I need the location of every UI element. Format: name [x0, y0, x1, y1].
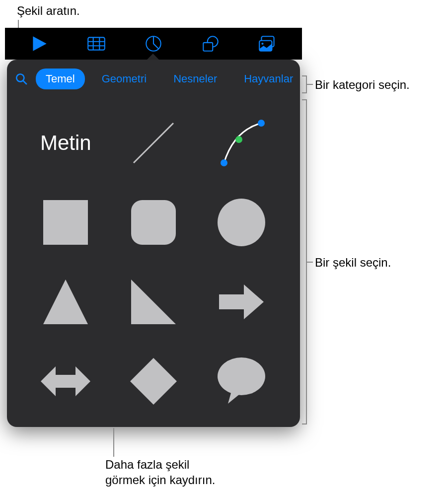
shape-text-label: Metin — [40, 131, 91, 155]
shapes-icon[interactable] — [200, 33, 222, 55]
shape-square[interactable] — [27, 188, 105, 257]
chart-icon[interactable] — [143, 33, 164, 55]
shapes-popover: Temel Geometri Nesneler Hayvanlar Metin — [7, 60, 300, 427]
svg-marker-27 — [228, 391, 241, 404]
shape-diamond[interactable] — [115, 347, 193, 416]
play-icon[interactable] — [28, 33, 50, 55]
svg-marker-22 — [131, 280, 176, 324]
shape-pen-curve[interactable] — [202, 108, 280, 178]
search-icon[interactable] — [14, 71, 29, 86]
svg-marker-24 — [41, 366, 90, 396]
media-icon[interactable] — [257, 33, 279, 55]
callout-scroll-text: Daha fazla şekil görmek için kaydırın. — [105, 457, 215, 488]
shape-pentagon[interactable] — [115, 426, 193, 427]
tab-animals[interactable]: Hayvanlar — [234, 69, 300, 89]
shape-double-arrow[interactable] — [27, 347, 105, 416]
bracket-category — [302, 75, 307, 93]
svg-point-16 — [235, 136, 242, 143]
shapes-grid[interactable]: Metin — [7, 96, 300, 427]
shape-callout-rect[interactable] — [27, 426, 105, 427]
callout-line — [307, 84, 313, 85]
shape-circle[interactable] — [202, 188, 280, 257]
svg-line-13 — [23, 80, 27, 84]
svg-point-17 — [258, 120, 265, 127]
tab-geometry[interactable]: Geometri — [92, 69, 156, 89]
callout-category-text: Bir kategori seçin. — [315, 77, 410, 92]
svg-rect-8 — [203, 43, 213, 51]
shape-text[interactable]: Metin — [27, 108, 105, 178]
category-tabs: Temel Geometri Nesneler Hayvanlar — [7, 60, 300, 96]
svg-rect-1 — [88, 37, 105, 50]
bracket-shape — [302, 99, 307, 424]
shape-star[interactable] — [202, 426, 280, 427]
shape-arrow-right[interactable] — [202, 267, 280, 337]
tab-basic[interactable]: Temel — [36, 69, 85, 89]
svg-rect-19 — [131, 200, 176, 245]
svg-marker-25 — [130, 358, 177, 405]
shape-line[interactable] — [115, 108, 193, 178]
svg-point-12 — [16, 74, 24, 81]
svg-rect-18 — [43, 200, 88, 245]
svg-line-14 — [134, 123, 173, 163]
callout-line — [307, 262, 313, 263]
shape-rounded-square[interactable] — [115, 188, 193, 257]
table-icon[interactable] — [85, 33, 107, 55]
svg-marker-23 — [219, 284, 264, 319]
svg-marker-0 — [33, 36, 47, 51]
callout-shape-text: Bir şekil seçin. — [315, 255, 391, 270]
tab-objects[interactable]: Nesneler — [163, 69, 227, 89]
shape-speech-bubble[interactable] — [202, 347, 280, 416]
svg-point-15 — [221, 159, 227, 166]
shape-triangle[interactable] — [27, 267, 105, 337]
callout-line — [113, 428, 114, 457]
svg-point-26 — [218, 357, 265, 395]
svg-point-20 — [218, 199, 265, 246]
svg-point-11 — [261, 43, 263, 45]
svg-marker-21 — [43, 280, 88, 324]
shape-right-triangle[interactable] — [115, 267, 193, 337]
callout-search-text: Şekil aratın. — [17, 3, 80, 18]
